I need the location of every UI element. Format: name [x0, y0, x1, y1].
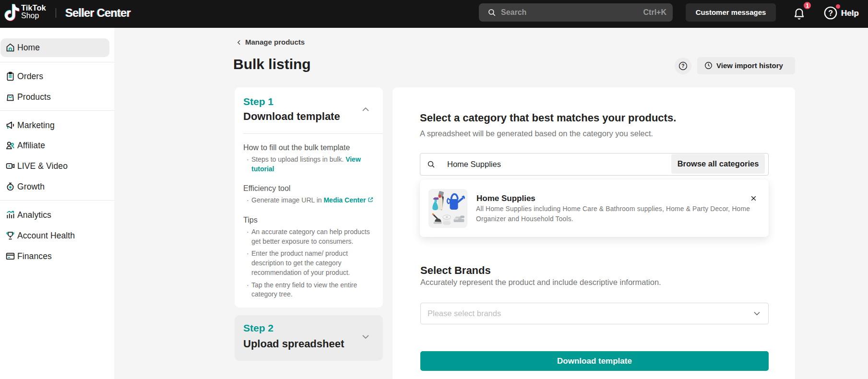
svg-text:?: ?: [828, 9, 833, 17]
svg-text:?: ?: [681, 63, 684, 69]
